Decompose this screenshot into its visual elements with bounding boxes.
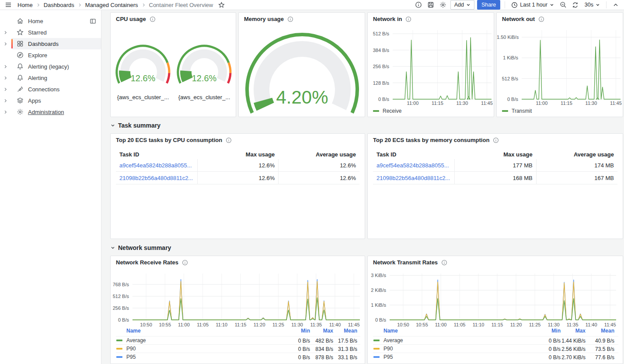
sidebar-item-alerting[interactable]: Alerting (0, 72, 101, 83)
task-id-link[interactable]: a9cef54ea5824b288a8055... (119, 162, 192, 169)
row-task-summary[interactable]: Task summary (110, 121, 160, 130)
task-id-cell: 21098b22b56a480d8811c2... (373, 175, 454, 181)
sidebar-item-connections[interactable]: Connections (0, 83, 101, 95)
home-icon (17, 17, 24, 24)
task-id-link[interactable]: 21098b22b56a480d8811c2... (119, 175, 193, 181)
x-axis-tick-label: 11:25 (525, 322, 544, 327)
legend-series-label[interactable]: P90 (373, 346, 393, 352)
chevron-right-icon[interactable] (3, 87, 8, 92)
refresh-interval-picker[interactable]: 30s (583, 0, 602, 9)
table-header-cell[interactable]: Max usage (197, 151, 279, 158)
panel-title[interactable]: Top 20 ECS tasks by CPU consumption (116, 137, 222, 143)
sidebar: HomeStarredDashboardsExploreAlerting (le… (0, 10, 101, 364)
table-header-row: Task IDMax usageAverage usage (373, 149, 617, 159)
panel-title[interactable]: Network Transmit Rates (373, 259, 438, 266)
legend-row-separator (373, 353, 618, 353)
task-id-link[interactable]: a9cef54ea5824b288a8055... (376, 162, 449, 169)
value-cell: 174 MB (536, 159, 617, 171)
chevron-right-icon[interactable] (3, 75, 8, 80)
sidebar-item-highlight (11, 72, 101, 83)
legend-series-label[interactable]: Receive (383, 108, 401, 114)
chevron-right-icon[interactable] (3, 41, 8, 46)
legend-series-label[interactable]: P95 (373, 354, 393, 360)
legend-series-name: P90 (383, 346, 393, 352)
chevron-right-icon[interactable] (3, 64, 8, 69)
panel-title[interactable]: Network in (373, 16, 402, 22)
legend-header-max[interactable]: Max (323, 328, 333, 334)
info-icon[interactable] (441, 260, 447, 266)
table-header-cell[interactable]: Max usage (454, 151, 536, 158)
table-header-cell[interactable]: Task ID (116, 151, 197, 158)
settings-gear-icon[interactable] (438, 0, 448, 10)
time-range-picker[interactable]: Last 1 hour (509, 0, 556, 9)
legend-series-label[interactable]: Average (373, 337, 403, 343)
sidebar-item-label: Alerting (legacy) (28, 63, 69, 70)
add-button[interactable]: Add (450, 0, 474, 10)
breadcrumb-item[interactable]: Home (17, 2, 33, 8)
info-icon[interactable] (226, 137, 232, 143)
sidebar-item-dashboards[interactable]: Dashboards (0, 38, 101, 49)
row-network-summary[interactable]: Network summary (110, 243, 171, 252)
collapse-navbar-icon[interactable] (611, 0, 621, 10)
x-axis-tick-label: 11:20 (506, 322, 526, 327)
breadcrumb-item[interactable]: Dashboards (44, 2, 74, 8)
sidebar-item-apps[interactable]: Apps (0, 95, 101, 106)
y-axis-tick-label: 2 KiB/s (368, 288, 386, 293)
sidebar-item-administration[interactable]: Administration (0, 106, 101, 118)
chevron-down-icon (596, 3, 600, 7)
legend-header-min[interactable]: Min (551, 328, 561, 334)
table-header-cell[interactable]: Average usage (536, 151, 617, 158)
chevron-right-icon[interactable] (3, 30, 8, 35)
panel-title[interactable]: Network out (502, 16, 535, 22)
info-icon[interactable] (150, 16, 156, 22)
info-icon[interactable] (182, 260, 188, 266)
table-header-cell[interactable]: Average usage (278, 151, 359, 158)
info-icon[interactable] (405, 16, 411, 22)
breadcrumb-item[interactable]: Managed Containers (85, 2, 138, 8)
legend-row-separator (373, 336, 618, 336)
table-header-cell[interactable]: Task ID (373, 151, 454, 158)
legend-header-min[interactable]: Min (301, 328, 310, 334)
sidebar-item-starred[interactable]: Starred (0, 27, 101, 38)
sidebar-item-label: Explore (28, 52, 47, 59)
legend-stat-value: 0 B/s (549, 354, 561, 361)
sidebar-item-explore[interactable]: Explore (0, 49, 101, 61)
dashboard-insights-icon[interactable] (414, 0, 423, 10)
task-id-cell: a9cef54ea5824b288a8055... (116, 162, 197, 169)
section-title: Task summary (118, 122, 160, 129)
sidebar-item-alerting-legacy-[interactable]: Alerting (legacy) (0, 61, 101, 72)
favorite-star-icon[interactable] (216, 0, 226, 10)
panel-title[interactable]: Memory usage (244, 16, 284, 22)
x-axis-tick-label: 11:00 (532, 101, 551, 106)
refresh-icon[interactable] (571, 0, 580, 10)
legend-stat-value: 2.56 KiB/s (561, 346, 586, 352)
save-icon[interactable] (426, 0, 436, 10)
legend-series-label[interactable]: P95 (116, 354, 136, 360)
legend-header-mean[interactable]: Mean (601, 328, 614, 334)
sidebar-item-home[interactable]: Home (0, 15, 101, 27)
y-axis-tick-label: 384 B/s (368, 48, 389, 53)
legend-header-mean[interactable]: Mean (344, 328, 357, 334)
menu-icon[interactable] (3, 0, 13, 10)
legend-series-label[interactable]: Average (116, 337, 146, 343)
panel-title[interactable]: CPU usage (116, 16, 146, 22)
chevron-right-icon[interactable] (3, 109, 8, 114)
breadcrumb-item[interactable]: Container Fleet Overview (149, 2, 213, 8)
info-icon[interactable] (538, 16, 544, 22)
task-id-link[interactable]: 21098b22b56a480d8811c2... (376, 175, 450, 181)
share-button[interactable]: Share (477, 0, 500, 10)
chevron-right-icon[interactable] (3, 98, 8, 103)
legend-header-max[interactable]: Max (575, 328, 586, 334)
legend-header-name[interactable]: Name (126, 328, 141, 334)
table-row: 21098b22b56a480d8811c2...12.6%12.6% (116, 172, 359, 184)
legend-header-name[interactable]: Name (383, 328, 398, 334)
panel-title[interactable]: Network Receive Rates (116, 259, 178, 266)
info-icon[interactable] (493, 137, 499, 143)
dock-sidebar-icon[interactable] (90, 17, 97, 24)
zoom-out-icon[interactable] (558, 0, 568, 10)
value-cell: 12.6% (197, 172, 279, 184)
panel-title[interactable]: Top 20 ECS tasks by memory consumption (373, 137, 489, 143)
info-icon[interactable] (287, 16, 293, 22)
legend-series-label[interactable]: P90 (116, 346, 136, 352)
legend-series-label[interactable]: Transmit (512, 108, 532, 114)
